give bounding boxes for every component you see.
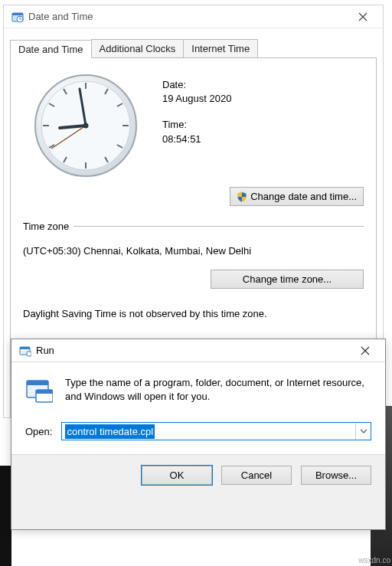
date-label: Date: [162,78,231,92]
time-zone-section: Time zone [23,221,364,232]
svg-rect-1 [12,13,23,15]
run-message: Type the name of a program, folder, docu… [65,376,371,404]
run-body: Type the name of a program, folder, docu… [11,362,385,417]
time-value: 08:54:51 [162,133,231,146]
combobox-dropdown-button[interactable] [355,423,371,440]
date-time-icon [11,11,24,23]
background-strip-left [0,466,11,566]
open-combobox[interactable]: control timedate.cpl [61,422,371,440]
run-dialog: Run Type the name of a program, folder, … [11,339,386,530]
open-label: Open: [25,426,52,437]
close-icon [361,346,370,355]
time-zone-section-label: Time zone [23,221,69,232]
svg-rect-25 [27,381,48,385]
chevron-down-icon [360,429,368,433]
run-program-icon [25,376,53,404]
tab-date-and-time[interactable]: Date and Time [10,40,92,58]
run-button-row: OK Cancel Browse... [11,454,385,496]
ok-button[interactable]: OK [142,466,212,485]
change-time-zone-button[interactable]: Change time zone... [211,270,364,289]
open-input-value[interactable]: control timedate.cpl [65,424,155,439]
date-value: 19 August 2020 [162,92,231,106]
run-titlebar[interactable]: Run [11,339,385,362]
analog-clock [32,72,139,179]
tab-internet-time[interactable]: Internet Time [183,39,258,57]
change-date-time-button[interactable]: Change date and time... [230,187,364,206]
watermark: wsxdn.co [358,556,390,564]
tab-additional-clocks[interactable]: Additional Clocks [91,39,185,57]
dst-note: Daylight Saving Time is not observed by … [23,308,267,319]
uac-shield-icon [237,191,247,202]
cancel-button[interactable]: Cancel [221,466,292,485]
date-time-readout: Date: 19 August 2020 Time: 08:54:51 [162,78,231,159]
browse-button[interactable]: Browse... [301,466,371,485]
run-close-button[interactable] [348,340,382,362]
date-time-title: Date and Time [24,11,346,22]
svg-rect-27 [36,390,53,394]
tabstrip: Date and Time Additional Clocks Internet… [10,39,383,57]
svg-point-20 [83,123,89,129]
run-title-icon [19,345,31,357]
date-time-titlebar[interactable]: Date and Time [4,5,383,28]
change-date-time-label: Change date and time... [250,191,357,202]
run-title: Run [31,345,348,356]
time-zone-value: (UTC+05:30) Chennai, Kolkata, Mumbai, Ne… [23,245,251,257]
run-open-row: Open: control timedate.cpl [11,417,385,454]
svg-rect-22 [20,347,30,349]
close-icon [358,12,368,21]
time-label: Time: [162,118,231,132]
change-time-zone-label: Change time zone... [243,273,332,285]
close-button[interactable] [346,6,380,28]
section-rule [74,226,364,227]
